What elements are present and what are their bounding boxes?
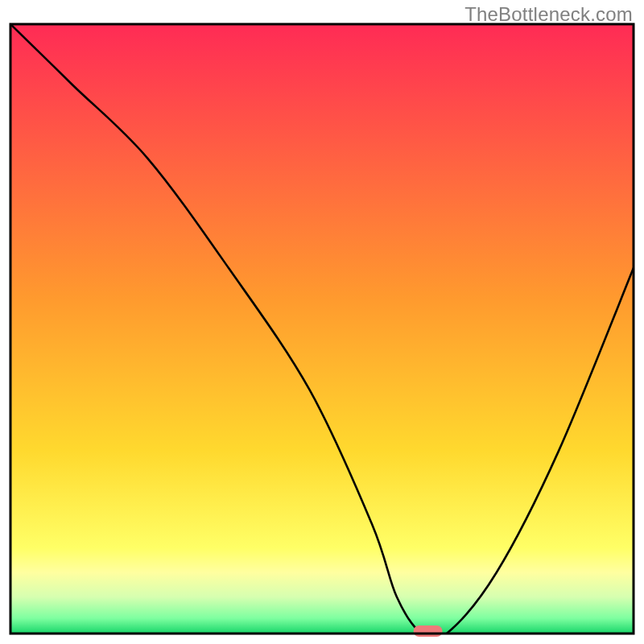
bottleneck-chart-svg (0, 0, 644, 644)
chart-container: TheBottleneck.com (0, 0, 644, 644)
plot-background (10, 24, 634, 634)
watermark-text: TheBottleneck.com (464, 3, 633, 26)
optimal-marker (414, 625, 443, 637)
